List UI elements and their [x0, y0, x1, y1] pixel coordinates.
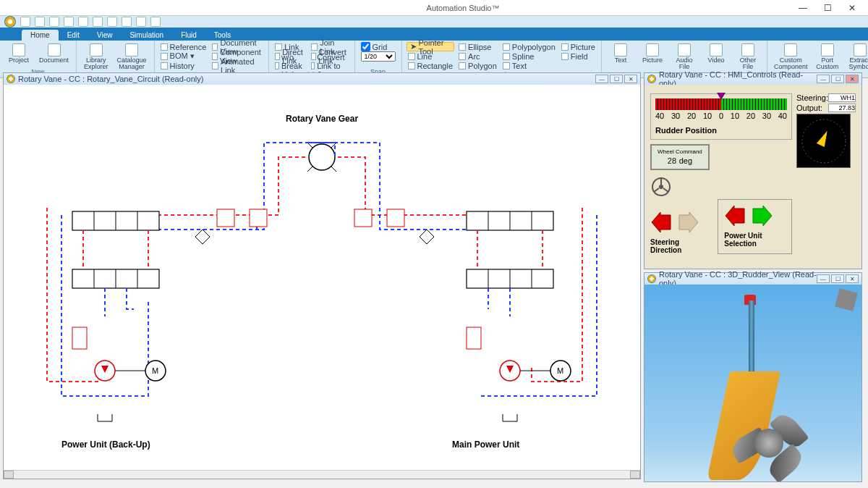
svg-rect-34 — [467, 327, 481, 349]
reference-button[interactable]: Reference — [159, 42, 208, 51]
field-tool-button[interactable]: Field — [560, 51, 597, 61]
svg-rect-7 — [354, 209, 372, 227]
compass-gauge — [796, 114, 851, 168]
maximize-button[interactable]: ☐ — [817, 1, 838, 14]
steering-wheel-icon — [650, 176, 672, 198]
arc-tool-button[interactable]: Arc — [457, 51, 498, 61]
output-input[interactable] — [828, 104, 856, 112]
break-link-button[interactable]: w/o Break Link — [273, 61, 307, 70]
rudder-position-label: Rudder Position — [655, 126, 787, 135]
view3d-panel: Rotary Vane - CC : 3D_Rudder_View (Read-… — [644, 272, 862, 482]
app-title: Automation Studio™ — [145, 4, 781, 12]
rudder-pointer-icon — [717, 93, 726, 100]
rudder-3d-view[interactable] — [644, 285, 861, 481]
qat-new-icon[interactable] — [20, 17, 30, 27]
svg-rect-5 — [217, 209, 234, 227]
power-left-button[interactable] — [724, 206, 747, 226]
qat-save-icon[interactable] — [49, 17, 59, 27]
library-explorer-button[interactable]: Library Explorer — [81, 42, 111, 72]
scroll-left-button[interactable] — [4, 471, 14, 479]
panel-close-button[interactable]: ✕ — [624, 75, 637, 83]
panel-minimize-button[interactable]: — — [595, 75, 608, 83]
qat-play-icon[interactable] — [107, 17, 117, 27]
qat-help-icon[interactable] — [150, 17, 161, 27]
close-button[interactable]: ✕ — [842, 1, 862, 14]
propeller — [731, 413, 818, 478]
convert-jumps-button[interactable]: Convert Link to Jumps — [310, 61, 350, 70]
window-titlebar: Automation Studio™ — ☐ ✕ — [0, 0, 868, 16]
svg-line-1 — [307, 143, 313, 148]
svg-rect-33 — [72, 327, 87, 349]
steering-direction-label: Steering Direction — [650, 238, 703, 254]
tab-simulation[interactable]: Simulation — [121, 30, 172, 41]
picture-tool-button[interactable]: Picture — [560, 42, 597, 51]
svg-line-4 — [331, 166, 336, 172]
panel-icon — [647, 274, 656, 283]
port-custom-button[interactable]: Port Custom — [813, 42, 842, 72]
polypolygon-tool-button[interactable]: Polypolygon — [501, 42, 557, 51]
view-cube-icon[interactable] — [835, 288, 858, 311]
steering-input[interactable] — [828, 93, 856, 102]
extract-symbol-button[interactable]: Extract Symbol — [845, 42, 868, 72]
steer-right-button[interactable] — [676, 212, 699, 232]
tooltip-other-button[interactable]: Other File — [733, 42, 762, 72]
tooltip-video-button[interactable]: Video — [702, 42, 731, 65]
panel-icon — [647, 75, 656, 83]
power-unit-label: Power Unit Selection — [724, 232, 786, 248]
panel-maximize-button[interactable]: ☐ — [610, 75, 623, 83]
custom-component-button[interactable]: Custom Component — [772, 42, 810, 72]
catalogue-manager-button[interactable]: Catalogue Manager — [114, 42, 149, 72]
svg-text:M: M — [152, 366, 158, 375]
bom-button[interactable]: BOM ▾ — [159, 51, 208, 61]
minimize-button[interactable]: — — [793, 1, 813, 14]
power-right-button[interactable] — [750, 206, 773, 226]
qat-undo-icon[interactable] — [78, 17, 88, 27]
tab-view[interactable]: View — [88, 30, 122, 41]
panel-close-button[interactable]: ✕ — [846, 274, 859, 283]
steer-left-button[interactable] — [650, 212, 673, 232]
tab-edit[interactable]: Edit — [59, 30, 88, 41]
panel-minimize-button[interactable]: — — [817, 75, 830, 83]
tab-home[interactable]: Home — [22, 30, 59, 41]
svg-line-38 — [654, 188, 659, 192]
qat-redo-icon[interactable] — [93, 17, 103, 27]
animated-link-button[interactable]: Animated Link — [210, 61, 264, 70]
circuit-panel-title: Rotary Vane - CC : Rotary_Vane_Circuit (… — [18, 75, 595, 83]
pointer-tool-button[interactable]: ➤ Pointer Tool — [407, 42, 455, 51]
svg-rect-6 — [250, 209, 267, 227]
scroll-right-button[interactable] — [630, 471, 640, 479]
tab-fluid[interactable]: Fluid — [172, 30, 205, 41]
circuit-scrollbar[interactable] — [4, 470, 640, 479]
quick-access-toolbar — [0, 16, 868, 28]
qat-open-icon[interactable] — [35, 17, 45, 27]
circuit-svg: M M — [4, 85, 640, 468]
app-logo-icon[interactable] — [4, 16, 16, 28]
panel-close-button[interactable]: ✕ — [846, 75, 859, 83]
rectangle-tool-button[interactable]: Rectangle — [407, 61, 455, 70]
qat-pause-icon[interactable] — [122, 17, 132, 27]
text-tool-button[interactable]: Text — [501, 61, 557, 70]
document-button[interactable]: Document — [36, 42, 72, 65]
grid-size-select[interactable]: 1/20 — [359, 51, 397, 61]
svg-line-39 — [663, 188, 668, 192]
wheel-command-display: Wheel Command 28 deg — [650, 144, 710, 170]
tooltip-audio-button[interactable]: Audio File — [670, 42, 699, 72]
history-button[interactable]: History — [159, 61, 208, 70]
svg-rect-8 — [387, 209, 404, 227]
panel-minimize-button[interactable]: — — [817, 274, 830, 283]
tooltip-picture-button[interactable]: Picture — [638, 42, 667, 65]
panel-maximize-button[interactable]: ☐ — [831, 75, 844, 83]
tooltip-text-button[interactable]: Text — [606, 42, 635, 65]
qat-stop-icon[interactable] — [136, 17, 146, 27]
project-button[interactable]: Project — [4, 42, 33, 65]
grid-toggle[interactable]: Grid — [359, 42, 397, 51]
line-tool-button[interactable]: Line — [407, 51, 455, 61]
qat-print-icon[interactable] — [64, 17, 74, 27]
panel-maximize-button[interactable]: ☐ — [831, 274, 844, 283]
ellipse-tool-button[interactable]: Ellipse — [457, 42, 498, 51]
spline-tool-button[interactable]: Spline — [501, 51, 557, 61]
polygon-tool-button[interactable]: Polygon — [457, 61, 498, 70]
rudder-scale: 40302010010203040 Rudder Position — [650, 93, 792, 140]
circuit-diagram[interactable]: Rotary Vane Gear Power Unit (Back-Up) Ma… — [4, 85, 640, 479]
hmi-panel: Rotary Vane - CC : HMI_Controls (Read-on… — [644, 72, 862, 269]
